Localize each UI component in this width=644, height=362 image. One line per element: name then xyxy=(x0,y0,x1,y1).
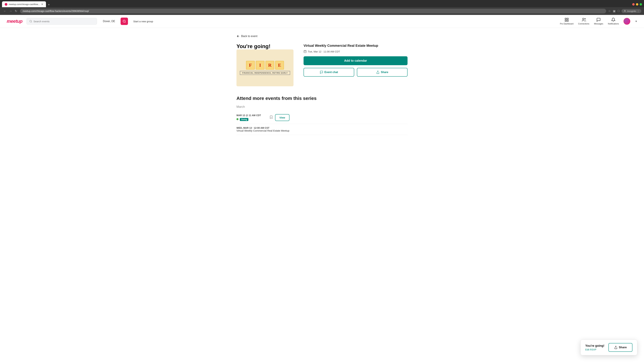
location-label: Dover, DE xyxy=(103,20,115,23)
view-button-1[interactable]: View xyxy=(275,114,290,121)
notifications-link[interactable]: Notifications xyxy=(608,17,619,25)
share-button[interactable]: Share xyxy=(357,68,408,77)
calendar-icon xyxy=(304,50,306,53)
search-button-icon xyxy=(122,19,126,23)
event-left-panel: You're going! F I R E FINANCIAL INDEPEND… xyxy=(236,43,294,86)
event-date: Tue, Mar 12 · 11:00 AM CDT xyxy=(304,50,408,53)
back-button[interactable]: ← xyxy=(3,8,7,13)
series-section: Attend more events from this series Marc… xyxy=(236,96,408,135)
svg-rect-6 xyxy=(567,18,568,19)
messages-label: Messages xyxy=(594,23,603,25)
fire-block-f: F xyxy=(246,61,255,69)
search-button[interactable] xyxy=(120,17,128,25)
fire-graphic: F I R E FINANCIAL INDEPENDENCE, RETIRE E… xyxy=(236,49,294,86)
user-avatar[interactable] xyxy=(624,18,630,25)
connections-label: Connections xyxy=(578,23,589,25)
fire-block-i: I xyxy=(256,61,264,69)
menu-icon[interactable]: ⋮ xyxy=(637,10,639,12)
browser-tabs: meetup.com/chicago-cashflow... ✕ + xyxy=(2,1,631,7)
going-tag-1: Going xyxy=(240,118,248,121)
bookmark-button-1[interactable] xyxy=(269,115,273,120)
share-label: Share xyxy=(381,71,388,74)
share-icon xyxy=(376,70,380,74)
tab-close-button[interactable]: ✕ xyxy=(41,3,43,6)
bookmark-icon-1 xyxy=(269,115,273,119)
back-to-event-label: Back to event xyxy=(241,35,258,38)
toast-banner: You're going! Edit RSVP Share xyxy=(580,340,637,355)
toast-title: You're going! xyxy=(585,344,604,348)
series-title: Attend more events from this series xyxy=(236,96,408,101)
month-label: March xyxy=(236,105,408,109)
edit-rsvp-link[interactable]: Edit RSVP xyxy=(585,348,604,351)
incognito-label: Incognito xyxy=(627,10,636,12)
address-bar-icons: ☆ ▣ □ xyxy=(608,9,620,13)
main-content: Back to event You're going! F I R E FINA… xyxy=(230,28,414,142)
fire-subtitle: FINANCIAL INDEPENDENCE, RETIRE EARLY xyxy=(240,71,290,75)
event-name: Virtual Weekly Commercial Real Estate Me… xyxy=(304,43,408,48)
maximize-window-button[interactable] xyxy=(640,3,642,5)
pro-dashboard-label: Pro Dashboard xyxy=(560,23,574,25)
reload-button[interactable]: ↻ xyxy=(14,8,18,13)
messages-icon xyxy=(596,17,601,22)
event-details-panel: Virtual Weekly Commercial Real Estate Me… xyxy=(304,43,408,77)
svg-rect-7 xyxy=(565,20,566,21)
series-event-date-2: WED, MAR 13 · 12:00 AM CST xyxy=(236,126,289,129)
profile-icon[interactable]: □ xyxy=(618,9,620,13)
browser-chrome: meetup.com/chicago-cashflow... ✕ + xyxy=(0,0,644,7)
back-to-event-link[interactable]: Back to event xyxy=(236,34,408,38)
toast-share-label: Share xyxy=(619,346,627,349)
avatar-dropdown-icon[interactable]: ▼ xyxy=(635,20,637,23)
svg-point-1 xyxy=(30,20,32,22)
search-bar[interactable] xyxy=(26,18,97,25)
notifications-label: Notifications xyxy=(608,23,619,25)
new-tab-button[interactable]: + xyxy=(46,2,51,7)
back-arrow-icon xyxy=(236,34,240,38)
search-icon xyxy=(29,20,32,23)
event-chat-label: Event chat xyxy=(324,71,338,74)
going-indicator-1 xyxy=(236,118,238,120)
fire-blocks-row: F I R E xyxy=(246,61,284,69)
fire-block-r: R xyxy=(266,61,274,69)
bookmark-icon[interactable]: ☆ xyxy=(608,9,611,13)
svg-point-3 xyxy=(123,20,125,22)
forward-button[interactable]: → xyxy=(8,8,13,13)
tab-favicon xyxy=(5,3,8,6)
series-event-date-1: MAR 12 @ 11 AM CDT xyxy=(236,114,267,117)
secondary-actions: Event chat Share xyxy=(304,68,408,77)
series-event-info-2: WED, MAR 13 · 12:00 AM CST Virtual Weekl… xyxy=(236,126,289,132)
add-to-calendar-button[interactable]: Add to calendar xyxy=(304,56,408,65)
toast-share-button[interactable]: Share xyxy=(608,343,632,352)
tab-title: meetup.com/chicago-cashflow... xyxy=(9,3,40,5)
event-chat-button[interactable]: Event chat xyxy=(304,68,354,77)
toast-share-icon xyxy=(614,346,618,349)
svg-rect-5 xyxy=(565,18,566,19)
fire-block-e: E xyxy=(275,61,284,69)
nav-buttons: ← → ↻ xyxy=(3,8,18,13)
url-input[interactable] xyxy=(20,9,606,13)
search-input[interactable] xyxy=(33,20,94,23)
youre-going-title: You're going! xyxy=(236,43,294,49)
rsvp-section: You're going! F I R E FINANCIAL INDEPEND… xyxy=(236,43,408,86)
start-group-button[interactable]: Start a new group xyxy=(133,20,153,23)
svg-line-2 xyxy=(31,22,32,22)
connections-link[interactable]: Connections xyxy=(578,17,589,25)
series-event-actions-1: View xyxy=(269,114,290,121)
chat-icon xyxy=(320,70,323,74)
extensions-icon[interactable]: ▣ xyxy=(613,9,616,13)
meetup-logo[interactable]: meetup xyxy=(7,18,22,24)
svg-rect-12 xyxy=(304,50,306,53)
window-controls xyxy=(632,3,642,5)
series-event-info-1: MAR 12 @ 11 AM CDT Going xyxy=(236,114,267,121)
svg-point-10 xyxy=(585,18,585,19)
series-event-name-2: Virtual Weekly Commercial Real Estate Me… xyxy=(236,129,289,132)
close-window-button[interactable] xyxy=(632,3,634,5)
notifications-icon xyxy=(611,17,616,22)
series-event-row-1: MAR 12 @ 11 AM CDT Going View xyxy=(236,111,408,124)
messages-link[interactable]: Messages xyxy=(594,17,603,25)
minimize-window-button[interactable] xyxy=(636,3,638,5)
svg-point-0 xyxy=(624,10,626,11)
pro-dashboard-link[interactable]: Pro Dashboard xyxy=(560,17,574,25)
pro-dashboard-icon xyxy=(564,17,569,22)
event-date-text: Tue, Mar 12 · 11:00 AM CDT xyxy=(308,50,340,53)
active-tab[interactable]: meetup.com/chicago-cashflow... ✕ xyxy=(2,1,46,7)
